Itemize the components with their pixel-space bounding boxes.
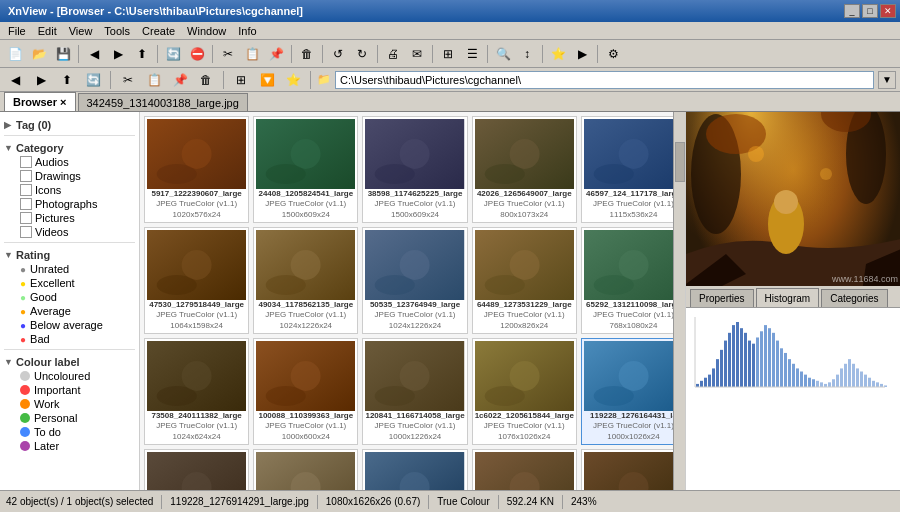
thumbnail-item[interactable]: 193080_1380812449_large 2 Pts TrueColor … (144, 449, 249, 490)
addr-filter[interactable]: 🔽 (256, 69, 278, 91)
addr-delete[interactable]: 🗑 (195, 69, 217, 91)
toolbar-up[interactable]: ⬆ (131, 43, 153, 65)
colour-personal[interactable]: Personal (0, 411, 139, 425)
thumbnail-item[interactable]: 49034_1178562135_large JPEG TrueColor (v… (253, 227, 358, 334)
colour-uncoloured[interactable]: Uncoloured (0, 369, 139, 383)
thumbnail-item[interactable]: 227156_1212816786_large 2 Pts TrueColor … (362, 449, 467, 490)
colour-important[interactable]: Important (0, 383, 139, 397)
colour-to do[interactable]: To do (0, 425, 139, 439)
category-icons[interactable]: Icons (0, 183, 139, 197)
addr-go[interactable]: ▼ (878, 71, 896, 89)
menu-file[interactable]: File (2, 23, 32, 39)
toolbar-filter[interactable]: 🔍 (492, 43, 514, 65)
svg-point-25 (509, 250, 539, 280)
menu-create[interactable]: Create (136, 23, 181, 39)
thumbnail-dims: 1200x826x24 (475, 320, 574, 331)
tab-browser[interactable]: Browser × (4, 92, 76, 111)
toolbar-settings[interactable]: ⚙ (602, 43, 624, 65)
colour-expand[interactable]: ▼ (4, 357, 16, 367)
category-audios[interactable]: Audios (0, 155, 139, 169)
addr-star[interactable]: ⭐ (282, 69, 304, 91)
addr-copy[interactable]: 📋 (143, 69, 165, 91)
thumbnail-type: JPEG TrueColor (v1.1) (256, 198, 355, 209)
toolbar-view-thumbs[interactable]: ⊞ (437, 43, 459, 65)
addr-paste[interactable]: 📌 (169, 69, 191, 91)
thumbnail-item[interactable]: 73508_240111382_large JPEG TrueColor (v1… (144, 338, 249, 445)
toolbar-refresh[interactable]: 🔄 (162, 43, 184, 65)
addr-thumbs[interactable]: ⊞ (230, 69, 252, 91)
tab-image[interactable]: 342459_1314003188_large.jpg (78, 93, 248, 111)
rating-below-average[interactable]: ●Below average (0, 318, 139, 332)
thumbnail-item[interactable]: 47530_1279518449_large JPEG TrueColor (v… (144, 227, 249, 334)
toolbar-cut[interactable]: ✂ (217, 43, 239, 65)
addr-nav-up[interactable]: ⬆ (56, 69, 78, 91)
svg-rect-116 (876, 382, 879, 387)
thumbnail-item[interactable]: 218717_1310757180_large 2 Pts TrueColor … (253, 449, 358, 490)
rating-average[interactable]: ●Average (0, 304, 139, 318)
toolbar-slideshow[interactable]: ▶ (571, 43, 593, 65)
addr-cut[interactable]: ✂ (117, 69, 139, 91)
thumbnail-item[interactable]: 5917_1222390607_large JPEG TrueColor (v1… (144, 116, 249, 223)
colour-work[interactable]: Work (0, 397, 139, 411)
rating-good[interactable]: ●Good (0, 290, 139, 304)
addr-nav-refresh[interactable]: 🔄 (82, 69, 104, 91)
toolbar-rotate-right[interactable]: ↻ (351, 43, 373, 65)
menu-window[interactable]: Window (181, 23, 232, 39)
toolbar-open[interactable]: 📂 (28, 43, 50, 65)
tab-histogram[interactable]: Histogram (756, 288, 820, 307)
maximize-button[interactable]: □ (862, 4, 878, 18)
toolbar-new[interactable]: 📄 (4, 43, 26, 65)
menu-view[interactable]: View (63, 23, 99, 39)
tag-expand[interactable]: ▶ (4, 120, 16, 130)
toolbar-save[interactable]: 💾 (52, 43, 74, 65)
rating-bad[interactable]: ●Bad (0, 332, 139, 346)
menu-tools[interactable]: Tools (98, 23, 136, 39)
close-button[interactable]: ✕ (880, 4, 896, 18)
thumbnail-item[interactable]: 64489_1273531229_large JPEG TrueColor (v… (472, 227, 577, 334)
thumbnail-item[interactable]: 38598_1174625225_large JPEG TrueColor (v… (362, 116, 467, 223)
toolbar-print[interactable]: 🖨 (382, 43, 404, 65)
rating-unrated[interactable]: ●Unrated (0, 262, 139, 276)
colour-later[interactable]: Later (0, 439, 139, 453)
address-input[interactable] (335, 71, 874, 89)
thumbnail-item[interactable]: 65292_1312110098_large JPEG TrueColor (v… (581, 227, 685, 334)
toolbar-rotate-left[interactable]: ↺ (327, 43, 349, 65)
toolbar-delete[interactable]: 🗑 (296, 43, 318, 65)
menu-edit[interactable]: Edit (32, 23, 63, 39)
category-photographs[interactable]: Photographs (0, 197, 139, 211)
thumbnail-item[interactable]: 24408_1205824541_large JPEG TrueColor (v… (253, 116, 358, 223)
addr-nav-back[interactable]: ◀ (4, 69, 26, 91)
rating-excellent[interactable]: ●Excellent (0, 276, 139, 290)
thumbnail-item[interactable]: 100088_110399363_large JPEG TrueColor (v… (253, 338, 358, 445)
thumbnail-item[interactable]: 50535_123764949_large JPEG TrueColor (v1… (362, 227, 467, 334)
toolbar-email[interactable]: ✉ (406, 43, 428, 65)
category-drawings[interactable]: Drawings (0, 169, 139, 183)
thumbnail-item[interactable]: 232407_1327385565_large 2 Pts TrueColor … (472, 449, 577, 490)
addr-nav-forward[interactable]: ▶ (30, 69, 52, 91)
category-pictures[interactable]: Pictures (0, 211, 139, 225)
toolbar-forward[interactable]: ▶ (107, 43, 129, 65)
tab-categories[interactable]: Categories (821, 289, 887, 307)
toolbar-star[interactable]: ⭐ (547, 43, 569, 65)
tab-properties[interactable]: Properties (690, 289, 754, 307)
toolbar-paste[interactable]: 📌 (265, 43, 287, 65)
window-controls[interactable]: _ □ ✕ (844, 4, 896, 18)
rating-expand[interactable]: ▼ (4, 250, 16, 260)
toolbar-stop[interactable]: ⛔ (186, 43, 208, 65)
menu-info[interactable]: Info (232, 23, 262, 39)
thumbnail-item[interactable]: 1c6022_1205615844_large JPEG TrueColor (… (472, 338, 577, 445)
scroll-thumb[interactable] (675, 142, 685, 182)
toolbar-copy[interactable]: 📋 (241, 43, 263, 65)
thumbnail-item[interactable]: 244855_1191333321_large 2 Pts TrueColor … (581, 449, 685, 490)
thumbnail-item[interactable]: 119228_1276164431_la JPEG TrueColor (v1.… (581, 338, 685, 445)
thumbnail-item[interactable]: 120841_1166714058_large JPEG TrueColor (… (362, 338, 467, 445)
minimize-button[interactable]: _ (844, 4, 860, 18)
cat-expand[interactable]: ▼ (4, 143, 16, 153)
thumbnail-item[interactable]: 42026_1265649007_large JPEG TrueColor (v… (472, 116, 577, 223)
toolbar-view-details[interactable]: ☰ (461, 43, 483, 65)
toolbar-back[interactable]: ◀ (83, 43, 105, 65)
category-videos[interactable]: Videos (0, 225, 139, 239)
thumbnail-item[interactable]: 46597_124_117178_large JPEG TrueColor (v… (581, 116, 685, 223)
toolbar-sort[interactable]: ↕ (516, 43, 538, 65)
scrollbar-vertical[interactable] (673, 112, 685, 490)
